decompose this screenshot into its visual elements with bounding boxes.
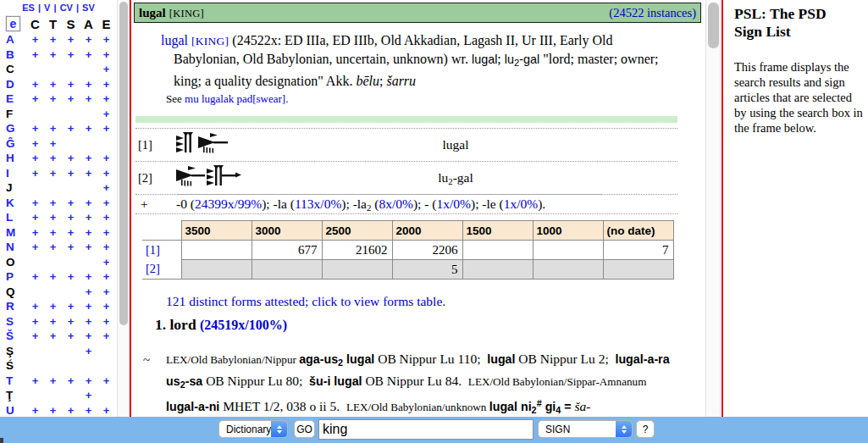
letter-plus-link[interactable]: + bbox=[62, 167, 80, 180]
letter-plus-link[interactable]: + bbox=[62, 300, 80, 313]
letter-plus-link[interactable]: + bbox=[80, 197, 97, 209]
letter-plus-link[interactable]: + bbox=[80, 345, 97, 357]
letter-plus-link[interactable]: + bbox=[97, 33, 115, 46]
letter-plus-link[interactable]: + bbox=[80, 167, 97, 180]
letter-plus-link[interactable]: + bbox=[62, 404, 80, 417]
sidebar-top-link-cv[interactable]: CV bbox=[60, 3, 73, 13]
letter-plus-link[interactable]: + bbox=[80, 78, 97, 91]
letter-plus-link[interactable]: + bbox=[44, 92, 62, 105]
letter-plus-link[interactable]: + bbox=[26, 137, 44, 150]
letter-plus-link[interactable]: + bbox=[97, 122, 115, 135]
letter-plus-link[interactable]: + bbox=[26, 241, 44, 253]
letter-plus-link[interactable]: + bbox=[97, 92, 115, 105]
letter-plus-link[interactable]: + bbox=[97, 329, 115, 342]
letter-plus-link[interactable]: + bbox=[62, 122, 80, 135]
search-input[interactable] bbox=[318, 419, 534, 440]
letter-plus-link[interactable]: + bbox=[44, 315, 62, 328]
letter-plus-link[interactable]: + bbox=[97, 374, 115, 387]
letter-plus-link[interactable]: + bbox=[97, 270, 115, 283]
letter-plus-link[interactable]: + bbox=[97, 315, 115, 328]
letter-plus-link[interactable]: + bbox=[44, 137, 62, 150]
letter-plus-link[interactable]: + bbox=[44, 122, 62, 135]
inline-link[interactable]: 24399x/99% bbox=[195, 197, 262, 211]
letter-plus-link[interactable]: + bbox=[44, 152, 62, 164]
letter-plus-link[interactable]: + bbox=[26, 226, 44, 239]
letter-plus-link[interactable]: + bbox=[62, 226, 80, 239]
letter-plus-link[interactable]: + bbox=[62, 315, 80, 328]
sidebar-letter-P[interactable]: P bbox=[6, 270, 26, 283]
letter-plus-link[interactable]: + bbox=[26, 122, 44, 135]
sidebar-letter-H[interactable]: H bbox=[6, 152, 26, 164]
sidebar-letter-S[interactable]: S bbox=[6, 315, 26, 328]
letter-plus-link[interactable]: + bbox=[62, 33, 80, 46]
main-scrollbar[interactable] bbox=[705, 0, 721, 417]
go-button[interactable]: GO bbox=[294, 420, 315, 438]
sidebar-letter-U[interactable]: U bbox=[6, 404, 26, 417]
sidebar-letter-I[interactable]: I bbox=[6, 167, 26, 180]
sidebar-letter-K[interactable]: K bbox=[6, 197, 26, 209]
letter-plus-link[interactable]: + bbox=[26, 197, 44, 209]
letter-plus-link[interactable]: + bbox=[97, 167, 115, 180]
letter-plus-link[interactable]: + bbox=[62, 48, 80, 61]
letter-plus-link[interactable]: + bbox=[26, 374, 44, 387]
letter-plus-link[interactable]: + bbox=[80, 300, 97, 313]
letter-plus-link[interactable]: + bbox=[26, 92, 44, 105]
letter-plus-link[interactable]: + bbox=[97, 211, 115, 224]
letter-plus-link[interactable]: + bbox=[44, 270, 62, 283]
sidebar-letter-R[interactable]: R bbox=[6, 300, 26, 313]
letter-plus-link[interactable]: + bbox=[44, 241, 62, 253]
letter-plus-link[interactable]: + bbox=[44, 167, 62, 180]
sidebar-letter-D[interactable]: D bbox=[6, 78, 26, 91]
letter-plus-link[interactable]: + bbox=[26, 270, 44, 283]
letter-plus-link[interactable]: + bbox=[80, 33, 97, 46]
letter-plus-link[interactable]: + bbox=[80, 226, 97, 239]
inline-link[interactable]: [KING] bbox=[191, 35, 229, 47]
letter-plus-link[interactable]: + bbox=[80, 241, 97, 253]
letter-plus-link[interactable]: + bbox=[26, 404, 44, 417]
letter-plus-link[interactable]: + bbox=[97, 108, 115, 120]
letter-plus-link[interactable]: + bbox=[44, 211, 62, 224]
sidebar-top-link-es[interactable]: ES bbox=[22, 3, 35, 13]
letter-plus-link[interactable]: + bbox=[26, 152, 44, 164]
letter-plus-link[interactable]: + bbox=[62, 197, 80, 209]
main-scrollbar-thumb[interactable] bbox=[708, 3, 719, 48]
letter-plus-link[interactable]: + bbox=[80, 152, 97, 164]
letter-plus-link[interactable]: + bbox=[80, 48, 97, 61]
letter-plus-link[interactable]: + bbox=[80, 211, 97, 224]
letter-plus-link[interactable]: + bbox=[80, 315, 97, 328]
sidebar-letter-B[interactable]: B bbox=[6, 48, 26, 61]
letter-plus-link[interactable]: + bbox=[97, 404, 115, 417]
letter-plus-link[interactable]: + bbox=[44, 78, 62, 91]
sidebar-top-link-v[interactable]: V bbox=[44, 3, 50, 13]
letter-plus-link[interactable]: + bbox=[62, 78, 80, 91]
inline-link[interactable]: 113x/0% bbox=[295, 197, 341, 211]
letter-plus-link[interactable]: + bbox=[44, 226, 62, 239]
letter-plus-link[interactable]: + bbox=[26, 33, 44, 46]
dictionary-select[interactable]: Dictionary bbox=[218, 420, 288, 438]
letter-plus-link[interactable]: + bbox=[44, 48, 62, 61]
letter-plus-link[interactable]: + bbox=[62, 211, 80, 224]
letter-plus-link[interactable]: + bbox=[26, 315, 44, 328]
letter-plus-link[interactable]: + bbox=[97, 181, 115, 194]
letter-plus-link[interactable]: + bbox=[97, 226, 115, 239]
sidebar-letter-T[interactable]: T bbox=[6, 374, 26, 387]
letter-plus-link[interactable]: + bbox=[62, 241, 80, 253]
help-button[interactable]: ? bbox=[636, 420, 655, 438]
letter-plus-link[interactable]: + bbox=[80, 374, 97, 387]
letter-plus-link[interactable]: + bbox=[26, 78, 44, 91]
letter-plus-link[interactable]: + bbox=[80, 404, 97, 417]
letter-plus-link[interactable]: + bbox=[62, 270, 80, 283]
letter-plus-link[interactable]: + bbox=[44, 374, 62, 387]
letter-plus-link[interactable]: + bbox=[44, 329, 62, 342]
sidebar-letter-L[interactable]: L bbox=[6, 211, 26, 224]
letter-plus-link[interactable]: + bbox=[44, 300, 62, 313]
inline-link[interactable]: lugal bbox=[161, 33, 191, 47]
sidebar-scrollbar[interactable] bbox=[117, 0, 130, 417]
letter-plus-link[interactable]: + bbox=[97, 48, 115, 61]
sidebar-letter-E[interactable]: E bbox=[6, 92, 26, 105]
letter-plus-link[interactable]: + bbox=[44, 33, 62, 46]
letter-plus-link[interactable]: + bbox=[97, 241, 115, 253]
letter-plus-link[interactable]: + bbox=[62, 374, 80, 387]
letter-plus-link[interactable]: + bbox=[97, 300, 115, 313]
letter-plus-link[interactable]: + bbox=[26, 48, 44, 61]
